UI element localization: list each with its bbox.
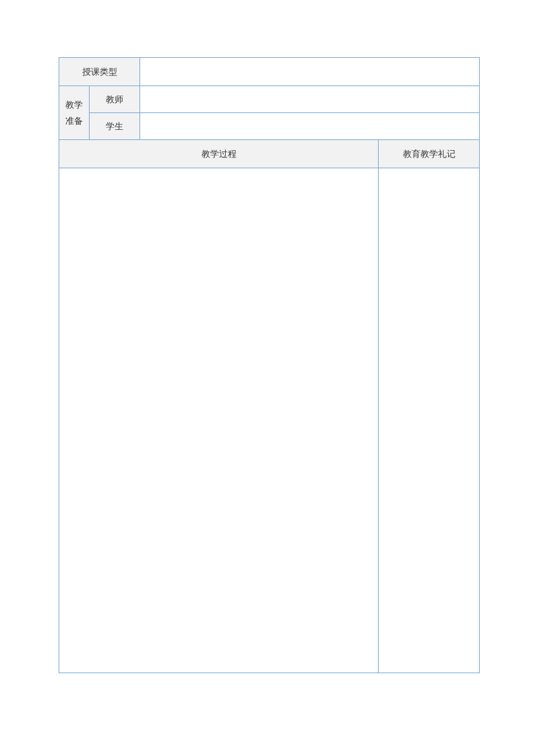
student-prep-value	[140, 113, 480, 140]
content-body-row	[59, 168, 480, 673]
lesson-type-value	[140, 58, 480, 86]
teacher-prep-row: 教学 准备 教师	[59, 86, 480, 113]
teaching-notes-body	[379, 168, 480, 673]
teaching-process-header: 教学过程	[59, 140, 379, 168]
teacher-prep-value	[140, 86, 480, 113]
student-label: 学生	[90, 113, 140, 140]
teaching-prep-label: 教学 准备	[59, 86, 90, 140]
student-prep-row: 学生	[59, 113, 480, 140]
lesson-plan-table: 授课类型 教学 准备 教师 学生 教学过程 教育教学礼记	[59, 57, 480, 673]
teaching-notes-header: 教育教学礼记	[379, 140, 480, 168]
prep-text-line2: 准备	[65, 116, 83, 126]
lesson-type-label: 授课类型	[59, 58, 140, 86]
section-header-row: 教学过程 教育教学礼记	[59, 140, 480, 168]
prep-text-line1: 教学	[65, 100, 83, 110]
main-table: 授课类型 教学 准备 教师 学生 教学过程 教育教学礼记	[59, 57, 480, 673]
teacher-label: 教师	[90, 86, 140, 113]
teaching-process-body	[59, 168, 379, 673]
lesson-type-row: 授课类型	[59, 58, 480, 86]
